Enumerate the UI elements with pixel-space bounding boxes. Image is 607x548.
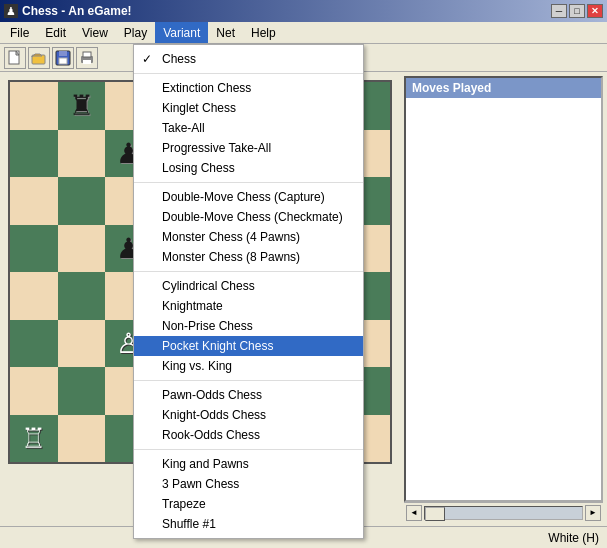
variant-3-pawn-chess[interactable]: 3 Pawn Chess bbox=[134, 474, 363, 494]
moves-played-header: Moves Played bbox=[406, 78, 601, 98]
variant-take-all[interactable]: Take-All bbox=[134, 118, 363, 138]
title-left: ♟ Chess - An eGame! bbox=[4, 4, 132, 18]
variant-knightmate[interactable]: Knightmate bbox=[134, 296, 363, 316]
cell-4-0[interactable] bbox=[10, 272, 58, 320]
variant-extinction-chess[interactable]: Extinction Chess bbox=[134, 78, 363, 98]
scroll-track[interactable] bbox=[424, 506, 583, 520]
variant-double-move-capture[interactable]: Double-Move Chess (Capture) bbox=[134, 187, 363, 207]
scroll-thumb[interactable] bbox=[425, 507, 445, 521]
cell-5-0[interactable] bbox=[10, 320, 58, 368]
variant-section-5: Pawn-Odds Chess Knight-Odds Chess Rook-O… bbox=[134, 381, 363, 450]
menu-edit[interactable]: Edit bbox=[37, 22, 74, 43]
variant-king-vs-king[interactable]: King vs. King bbox=[134, 356, 363, 376]
variant-king-and-pawns[interactable]: King and Pawns bbox=[134, 454, 363, 474]
cell-1-0[interactable] bbox=[10, 130, 58, 178]
cell-4-1[interactable] bbox=[58, 272, 106, 320]
variant-cylindrical-chess[interactable]: Cylindrical Chess bbox=[134, 276, 363, 296]
scroll-right-button[interactable]: ► bbox=[585, 505, 601, 521]
menu-net[interactable]: Net bbox=[208, 22, 243, 43]
cell-3-1[interactable] bbox=[58, 225, 106, 273]
save-button[interactable] bbox=[52, 47, 74, 69]
variant-section-4: Cylindrical Chess Knightmate Non-Prise C… bbox=[134, 272, 363, 381]
variant-chess[interactable]: Chess bbox=[134, 49, 363, 69]
print-button[interactable] bbox=[76, 47, 98, 69]
cell-0-1[interactable]: ♜ bbox=[58, 82, 106, 130]
moves-played-content[interactable] bbox=[406, 98, 601, 500]
maximize-button[interactable]: □ bbox=[569, 4, 585, 18]
svg-rect-7 bbox=[83, 60, 91, 64]
cell-5-1[interactable] bbox=[58, 320, 106, 368]
cell-3-0[interactable] bbox=[10, 225, 58, 273]
cell-6-1[interactable] bbox=[58, 367, 106, 415]
variant-trapeze[interactable]: Trapeze bbox=[134, 494, 363, 514]
svg-rect-3 bbox=[59, 51, 67, 56]
minimize-button[interactable]: ─ bbox=[551, 4, 567, 18]
variant-pocket-knight-chess[interactable]: Pocket Knight Chess bbox=[134, 336, 363, 356]
new-button[interactable] bbox=[4, 47, 26, 69]
variant-pawn-odds[interactable]: Pawn-Odds Chess bbox=[134, 385, 363, 405]
variant-double-move-checkmate[interactable]: Double-Move Chess (Checkmate) bbox=[134, 207, 363, 227]
menu-file[interactable]: File bbox=[2, 22, 37, 43]
variant-kinglet-chess[interactable]: Kinglet Chess bbox=[134, 98, 363, 118]
cell-7-0[interactable]: ♖ bbox=[10, 415, 58, 463]
variant-shuffle-1[interactable]: Shuffle #1 bbox=[134, 514, 363, 534]
menu-help[interactable]: Help bbox=[243, 22, 284, 43]
svg-rect-4 bbox=[59, 58, 67, 64]
variant-dropdown-menu: Chess Extinction Chess Kinglet Chess Tak… bbox=[133, 44, 364, 539]
variant-monster-4[interactable]: Monster Chess (4 Pawns) bbox=[134, 227, 363, 247]
variant-section-2: Extinction Chess Kinglet Chess Take-All … bbox=[134, 74, 363, 183]
svg-rect-6 bbox=[83, 52, 91, 57]
cell-2-0[interactable] bbox=[10, 177, 58, 225]
scroll-left-button[interactable]: ◄ bbox=[406, 505, 422, 521]
variant-knight-odds[interactable]: Knight-Odds Chess bbox=[134, 405, 363, 425]
variant-monster-8[interactable]: Monster Chess (8 Pawns) bbox=[134, 247, 363, 267]
app-icon: ♟ bbox=[4, 4, 18, 18]
title-buttons: ─ □ ✕ bbox=[551, 4, 603, 18]
variant-non-prise-chess[interactable]: Non-Prise Chess bbox=[134, 316, 363, 336]
variant-section-3: Double-Move Chess (Capture) Double-Move … bbox=[134, 183, 363, 272]
cell-7-1[interactable] bbox=[58, 415, 106, 463]
scrollbar-area: ◄ ► bbox=[404, 502, 603, 522]
menu-play[interactable]: Play bbox=[116, 22, 155, 43]
cell-1-1[interactable] bbox=[58, 130, 106, 178]
close-button[interactable]: ✕ bbox=[587, 4, 603, 18]
moves-played-box: Moves Played bbox=[404, 76, 603, 502]
cell-6-0[interactable] bbox=[10, 367, 58, 415]
title-bar: ♟ Chess - An eGame! ─ □ ✕ bbox=[0, 0, 607, 22]
menu-bar: File Edit View Play Variant Net Help bbox=[0, 22, 607, 44]
status-text: White (H) bbox=[548, 531, 599, 545]
cell-2-1[interactable] bbox=[58, 177, 106, 225]
menu-view[interactable]: View bbox=[74, 22, 116, 43]
variant-section-6: King and Pawns 3 Pawn Chess Trapeze Shuf… bbox=[134, 450, 363, 538]
title-text: Chess - An eGame! bbox=[22, 4, 132, 18]
right-panel: Moves Played ◄ ► bbox=[400, 72, 607, 526]
cell-0-0[interactable] bbox=[10, 82, 58, 130]
variant-section-1: Chess bbox=[134, 45, 363, 74]
variant-losing-chess[interactable]: Losing Chess bbox=[134, 158, 363, 178]
variant-progressive-take-all[interactable]: Progressive Take-All bbox=[134, 138, 363, 158]
open-button[interactable] bbox=[28, 47, 50, 69]
variant-rook-odds[interactable]: Rook-Odds Chess bbox=[134, 425, 363, 445]
menu-variant[interactable]: Variant bbox=[155, 22, 208, 43]
